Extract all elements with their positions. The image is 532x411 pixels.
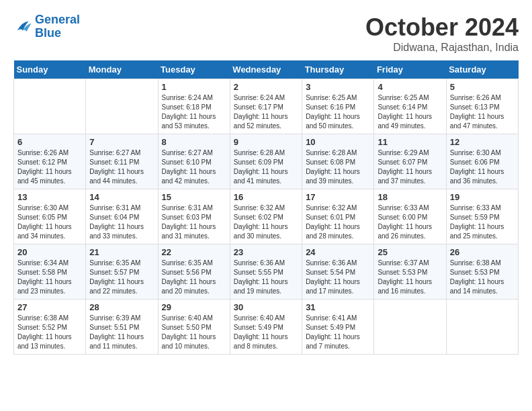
day-info: Sunrise: 6:31 AM Sunset: 6:03 PM Dayligh… — [162, 203, 226, 241]
day-number: 17 — [306, 192, 370, 202]
day-info: Sunrise: 6:32 AM Sunset: 6:01 PM Dayligh… — [306, 203, 370, 241]
day-info: Sunrise: 6:28 AM Sunset: 6:09 PM Dayligh… — [234, 148, 298, 186]
calendar-day-cell — [14, 79, 86, 134]
calendar-day-cell: 20Sunrise: 6:34 AM Sunset: 5:58 PM Dayli… — [14, 244, 86, 300]
day-number: 28 — [89, 302, 154, 312]
day-info: Sunrise: 6:26 AM Sunset: 6:13 PM Dayligh… — [450, 93, 515, 131]
calendar-day-cell: 21Sunrise: 6:35 AM Sunset: 5:57 PM Dayli… — [86, 244, 158, 300]
weekday-header: Sunday — [14, 60, 86, 79]
title-area: October 2024 Didwana, Rajasthan, India — [365, 13, 519, 54]
calendar-day-cell: 3Sunrise: 6:25 AM Sunset: 6:16 PM Daylig… — [302, 79, 374, 134]
calendar-day-cell: 27Sunrise: 6:38 AM Sunset: 5:52 PM Dayli… — [14, 300, 86, 355]
calendar-week-row: 1Sunrise: 6:24 AM Sunset: 6:18 PM Daylig… — [14, 79, 519, 134]
calendar-week-row: 20Sunrise: 6:34 AM Sunset: 5:58 PM Dayli… — [14, 244, 519, 300]
logo-icon — [13, 17, 32, 36]
day-number: 22 — [162, 247, 226, 257]
day-number: 9 — [234, 137, 298, 147]
page-header: General Blue October 2024 Didwana, Rajas… — [13, 13, 519, 54]
calendar-day-cell — [374, 300, 446, 355]
day-info: Sunrise: 6:34 AM Sunset: 5:58 PM Dayligh… — [17, 259, 82, 296]
day-number: 12 — [450, 137, 515, 147]
day-number: 13 — [17, 192, 82, 202]
calendar-day-cell: 25Sunrise: 6:37 AM Sunset: 5:53 PM Dayli… — [374, 244, 446, 300]
weekday-header: Monday — [86, 60, 158, 79]
day-info: Sunrise: 6:33 AM Sunset: 6:00 PM Dayligh… — [378, 203, 442, 241]
location: Didwana, Rajasthan, India — [365, 42, 519, 54]
calendar-day-cell: 29Sunrise: 6:40 AM Sunset: 5:50 PM Dayli… — [158, 300, 230, 355]
logo-line2: Blue — [35, 26, 61, 40]
day-number: 14 — [89, 192, 154, 202]
calendar-day-cell: 18Sunrise: 6:33 AM Sunset: 6:00 PM Dayli… — [374, 189, 446, 244]
day-info: Sunrise: 6:40 AM Sunset: 5:49 PM Dayligh… — [234, 314, 298, 351]
day-info: Sunrise: 6:36 AM Sunset: 5:54 PM Dayligh… — [306, 259, 370, 296]
weekday-header: Friday — [374, 60, 446, 79]
day-number: 15 — [162, 192, 226, 202]
day-number: 11 — [378, 137, 442, 147]
logo-line1: General — [35, 13, 80, 26]
day-info: Sunrise: 6:35 AM Sunset: 5:57 PM Dayligh… — [89, 259, 154, 296]
calendar-day-cell: 10Sunrise: 6:28 AM Sunset: 6:08 PM Dayli… — [302, 134, 374, 189]
calendar-day-cell: 30Sunrise: 6:40 AM Sunset: 5:49 PM Dayli… — [230, 300, 302, 355]
calendar-day-cell — [446, 300, 518, 355]
calendar-header-row: SundayMondayTuesdayWednesdayThursdayFrid… — [14, 60, 519, 79]
day-number: 5 — [450, 82, 515, 92]
day-number: 4 — [378, 82, 442, 92]
weekday-header: Wednesday — [230, 60, 302, 79]
day-number: 18 — [378, 192, 442, 202]
day-number: 21 — [89, 247, 154, 257]
day-info: Sunrise: 6:38 AM Sunset: 5:53 PM Dayligh… — [450, 259, 515, 296]
day-number: 30 — [234, 302, 298, 312]
calendar-day-cell: 9Sunrise: 6:28 AM Sunset: 6:09 PM Daylig… — [230, 134, 302, 189]
day-info: Sunrise: 6:24 AM Sunset: 6:18 PM Dayligh… — [162, 93, 226, 131]
day-number: 31 — [306, 302, 370, 312]
calendar-day-cell: 7Sunrise: 6:27 AM Sunset: 6:11 PM Daylig… — [86, 134, 158, 189]
calendar-table: SundayMondayTuesdayWednesdayThursdayFrid… — [13, 60, 519, 355]
day-info: Sunrise: 6:29 AM Sunset: 6:07 PM Dayligh… — [378, 148, 442, 186]
day-number: 25 — [378, 247, 442, 257]
calendar-day-cell: 14Sunrise: 6:31 AM Sunset: 6:04 PM Dayli… — [86, 189, 158, 244]
calendar-day-cell: 31Sunrise: 6:41 AM Sunset: 5:49 PM Dayli… — [302, 300, 374, 355]
calendar-day-cell: 19Sunrise: 6:33 AM Sunset: 5:59 PM Dayli… — [446, 189, 518, 244]
calendar-day-cell: 15Sunrise: 6:31 AM Sunset: 6:03 PM Dayli… — [158, 189, 230, 244]
day-info: Sunrise: 6:38 AM Sunset: 5:52 PM Dayligh… — [17, 314, 82, 351]
day-info: Sunrise: 6:36 AM Sunset: 5:55 PM Dayligh… — [234, 259, 298, 296]
day-info: Sunrise: 6:40 AM Sunset: 5:50 PM Dayligh… — [162, 314, 226, 351]
day-number: 2 — [234, 82, 298, 92]
day-info: Sunrise: 6:30 AM Sunset: 6:06 PM Dayligh… — [450, 148, 515, 186]
day-number: 10 — [306, 137, 370, 147]
day-number: 16 — [234, 192, 298, 202]
calendar-week-row: 6Sunrise: 6:26 AM Sunset: 6:12 PM Daylig… — [14, 134, 519, 189]
weekday-header: Saturday — [446, 60, 518, 79]
calendar-day-cell: 12Sunrise: 6:30 AM Sunset: 6:06 PM Dayli… — [446, 134, 518, 189]
day-number: 19 — [450, 192, 515, 202]
day-info: Sunrise: 6:32 AM Sunset: 6:02 PM Dayligh… — [234, 203, 298, 241]
day-number: 7 — [89, 137, 154, 147]
day-info: Sunrise: 6:27 AM Sunset: 6:11 PM Dayligh… — [89, 148, 154, 186]
month-title: October 2024 — [365, 13, 519, 42]
day-number: 24 — [306, 247, 370, 257]
day-info: Sunrise: 6:26 AM Sunset: 6:12 PM Dayligh… — [17, 148, 82, 186]
day-info: Sunrise: 6:25 AM Sunset: 6:14 PM Dayligh… — [378, 93, 442, 131]
calendar-day-cell: 23Sunrise: 6:36 AM Sunset: 5:55 PM Dayli… — [230, 244, 302, 300]
calendar-day-cell: 26Sunrise: 6:38 AM Sunset: 5:53 PM Dayli… — [446, 244, 518, 300]
day-info: Sunrise: 6:24 AM Sunset: 6:17 PM Dayligh… — [234, 93, 298, 131]
day-number: 27 — [17, 302, 82, 312]
day-info: Sunrise: 6:25 AM Sunset: 6:16 PM Dayligh… — [306, 93, 370, 131]
calendar-day-cell: 6Sunrise: 6:26 AM Sunset: 6:12 PM Daylig… — [14, 134, 86, 189]
calendar-day-cell: 11Sunrise: 6:29 AM Sunset: 6:07 PM Dayli… — [374, 134, 446, 189]
calendar-day-cell: 22Sunrise: 6:35 AM Sunset: 5:56 PM Dayli… — [158, 244, 230, 300]
day-number: 6 — [17, 137, 82, 147]
logo: General Blue — [13, 13, 80, 40]
day-info: Sunrise: 6:31 AM Sunset: 6:04 PM Dayligh… — [89, 203, 154, 241]
calendar-day-cell: 24Sunrise: 6:36 AM Sunset: 5:54 PM Dayli… — [302, 244, 374, 300]
day-info: Sunrise: 6:28 AM Sunset: 6:08 PM Dayligh… — [306, 148, 370, 186]
day-number: 29 — [162, 302, 226, 312]
calendar-day-cell — [86, 79, 158, 134]
calendar-day-cell: 17Sunrise: 6:32 AM Sunset: 6:01 PM Dayli… — [302, 189, 374, 244]
calendar-day-cell: 1Sunrise: 6:24 AM Sunset: 6:18 PM Daylig… — [158, 79, 230, 134]
day-info: Sunrise: 6:37 AM Sunset: 5:53 PM Dayligh… — [378, 259, 442, 296]
day-number: 3 — [306, 82, 370, 92]
calendar-day-cell: 16Sunrise: 6:32 AM Sunset: 6:02 PM Dayli… — [230, 189, 302, 244]
calendar-day-cell: 13Sunrise: 6:30 AM Sunset: 6:05 PM Dayli… — [14, 189, 86, 244]
day-info: Sunrise: 6:35 AM Sunset: 5:56 PM Dayligh… — [162, 259, 226, 296]
